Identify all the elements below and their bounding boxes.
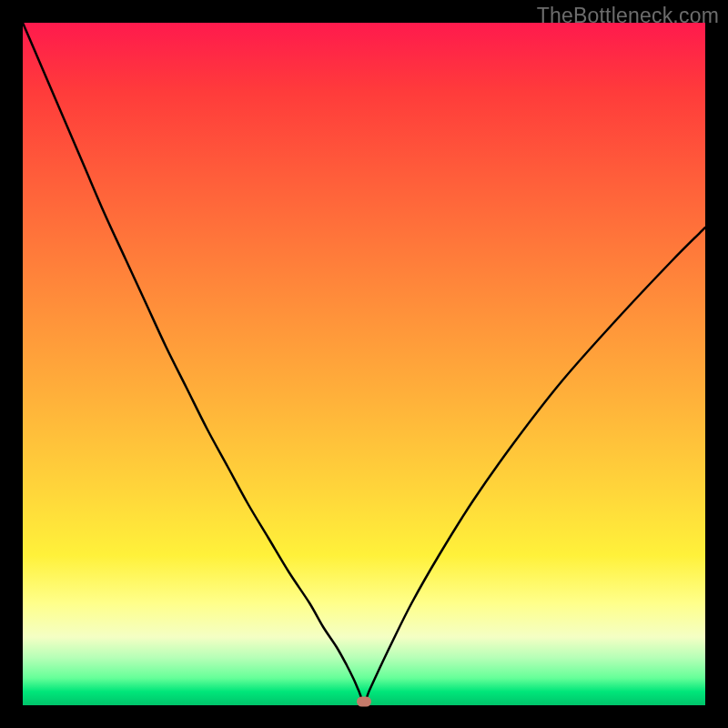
chart-frame: TheBottleneck.com bbox=[0, 0, 728, 728]
bottleneck-curve bbox=[23, 23, 705, 705]
optimum-marker bbox=[357, 697, 371, 707]
plot-area bbox=[23, 23, 705, 705]
